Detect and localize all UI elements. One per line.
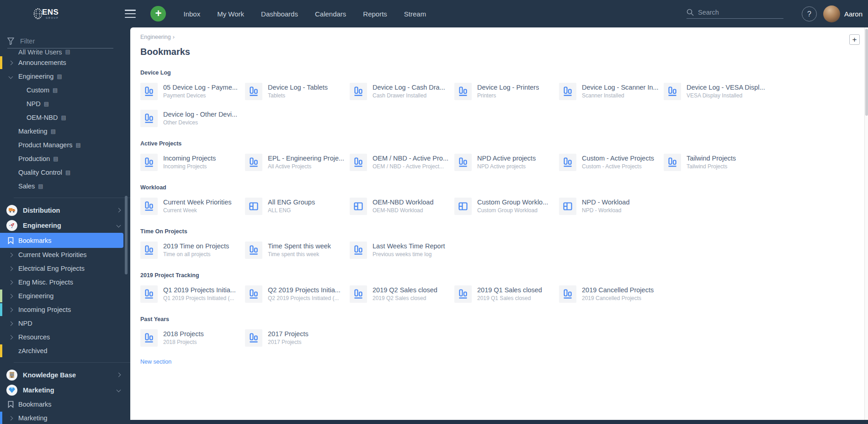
user-name[interactable]: Aaron: [844, 10, 863, 18]
chevron-right-icon[interactable]: [9, 60, 13, 65]
chevron-down-icon[interactable]: [9, 74, 13, 79]
bookmark-card[interactable]: Device Log - PrintersPrinters: [454, 83, 557, 101]
sidebar-group-distribution[interactable]: Distribution: [0, 203, 130, 218]
bookmark-card[interactable]: Tailwind ProjectsTailwind Projects: [664, 154, 767, 172]
chevron-right-icon[interactable]: [9, 416, 13, 420]
truck-icon: [6, 205, 17, 216]
bookmark-card[interactable]: Device log - Other Devi...Other Devices: [140, 110, 243, 128]
section-header: Time On Projects: [140, 228, 868, 235]
chevron-right-icon[interactable]: [9, 307, 13, 312]
bookmark-card[interactable]: OEM-NBD WorkloadOEM-NBD Workload: [350, 198, 453, 216]
chevron-right-icon[interactable]: [9, 294, 13, 298]
chevron-right-icon[interactable]: [117, 373, 121, 377]
bookmark-card[interactable]: Q2 2019 Projects Initia...Q2 2019 Projec…: [245, 285, 348, 304]
views-icon: [140, 198, 158, 215]
sidebar-item-incoming-projects[interactable]: Incoming Projects: [0, 303, 130, 317]
bookmark-card[interactable]: Device Log - Scanner In...Scanner Instal…: [559, 83, 662, 101]
sidebar-item-bookmarks-selected[interactable]: Bookmarks: [0, 233, 123, 248]
bookmark-icon: [8, 237, 14, 244]
bookmark-card[interactable]: Q1 2019 Projects Initia...Q1 2019 Projec…: [140, 285, 243, 304]
new-section-link[interactable]: New section: [140, 359, 171, 365]
bookmark-card[interactable]: Device Log - Cash Dra...Cash Drawer Inst…: [350, 83, 453, 101]
bookmark-card[interactable]: Custom - Active ProjectsCustom - Active …: [559, 154, 662, 172]
bookmark-card[interactable]: 2019 Q2 Sales closed2019 Q2 Sales closed: [350, 285, 453, 304]
sidebar-item-quality-control[interactable]: Quality Control▤: [0, 166, 130, 179]
bookmark-card[interactable]: Custom Group Worklo...Custom Group Workl…: [454, 198, 557, 216]
section-header: Past Years: [140, 316, 868, 322]
bookmark-card[interactable]: 05 Device Log - Payme...Payment Devices: [140, 83, 243, 101]
bookmark-card[interactable]: NPD Active projectsNPD Active projects: [454, 154, 557, 172]
sidebar-item-production[interactable]: Production▤: [0, 152, 130, 166]
accent-bar-yellow: [0, 56, 2, 69]
bookmark-card[interactable]: 2017 Projects2017 Projects: [245, 329, 348, 348]
chevron-right-icon[interactable]: [117, 208, 121, 213]
sidebar-item-marketing[interactable]: Marketing▤: [0, 124, 130, 138]
sidebar-item-current-week-priorities[interactable]: Current Week Priorities: [0, 248, 130, 262]
nav-item-inbox[interactable]: Inbox: [183, 10, 200, 18]
bookmark-card[interactable]: Current Week PrioritiesCurrent Week: [140, 198, 243, 216]
sidebar-item-custom[interactable]: Custom▤: [0, 83, 130, 97]
sidebar-group-engineering[interactable]: Engineering: [0, 218, 130, 233]
chevron-down-icon[interactable]: [117, 388, 121, 392]
sidebar-filter[interactable]: Filter: [0, 27, 130, 48]
sidebar-item-all-write-users[interactable]: All Write Users▤: [0, 48, 130, 56]
nav-item-my-work[interactable]: My Work: [217, 10, 244, 18]
chevron-right-icon[interactable]: [9, 266, 13, 271]
bookmark-card[interactable]: EPL - Engineering Proje...All Active Pro…: [245, 154, 348, 172]
sidebar-item-eng-misc-projects[interactable]: Eng Misc. Projects: [0, 275, 130, 289]
main-scrollbar[interactable]: [864, 27, 868, 420]
chevron-down-icon[interactable]: [117, 223, 121, 228]
sidebar-item-announcements[interactable]: Announcements: [0, 56, 130, 70]
section-header: Workload: [140, 184, 868, 191]
sidebar-item-electrical-eng-projects[interactable]: Electrical Eng Projects: [0, 262, 130, 275]
sidebar-item-engineering[interactable]: Engineering▤: [0, 70, 130, 83]
bookmark-card[interactable]: Device Log - TabletsTablets: [245, 83, 348, 101]
bookmark-card[interactable]: 2019 Cancelled Projects2019 Cancelled Pr…: [559, 285, 662, 304]
app-logo[interactable]: ENS GROUP: [32, 8, 59, 20]
filter-funnel-icon: [7, 38, 14, 45]
bookmark-card[interactable]: OEM / NBD - Active Pro...OEM / NBD - Act…: [350, 154, 453, 172]
add-view-button[interactable]: +: [849, 34, 860, 45]
chevron-right-icon[interactable]: [9, 335, 13, 339]
nav-item-stream[interactable]: Stream: [404, 10, 426, 18]
sidebar-item-sales[interactable]: Sales▤: [0, 179, 130, 193]
chevron-right-icon[interactable]: [9, 280, 13, 284]
bookmark-card[interactable]: 2019 Time on ProjectsTime on all project…: [140, 242, 243, 260]
nav-item-calendars[interactable]: Calendars: [315, 10, 346, 18]
bookmark-card[interactable]: Time Spent this weekTime spent this week: [245, 242, 348, 260]
board-icon: ▤: [53, 87, 58, 93]
scrollbar-thumb[interactable]: [865, 29, 868, 116]
sidebar-item-marketing-bookmarks[interactable]: Bookmarks: [0, 397, 130, 411]
sidebar-item-engineering-sub[interactable]: Engineering: [0, 289, 130, 303]
sidebar-item-npd-sub[interactable]: NPD: [0, 317, 130, 330]
user-avatar[interactable]: [823, 5, 840, 22]
sidebar-item-oem-nbd[interactable]: OEM-NBD▤: [0, 111, 130, 124]
sidebar-group-marketing[interactable]: Marketing: [0, 382, 130, 397]
section-header: 2019 Project Tracking: [140, 272, 868, 279]
global-add-button[interactable]: +: [150, 6, 166, 21]
bookmark-card[interactable]: NPD - WorkloadNPD - Workload: [559, 198, 662, 216]
board-icon: [454, 198, 472, 215]
nav-item-reports[interactable]: Reports: [363, 10, 387, 18]
bookmark-card[interactable]: 2018 Projects2018 Projects: [140, 329, 243, 348]
sidebar-scrollbar[interactable]: [125, 196, 128, 274]
search-input[interactable]: Search: [687, 9, 783, 19]
main-content: Engineering› Bookmarks + Device Log 05 D…: [130, 27, 868, 420]
sidebar-item-npd[interactable]: NPD▤: [0, 97, 130, 111]
help-button[interactable]: ?: [802, 6, 817, 21]
sidebar-item-product-managers[interactable]: Product Managers▤: [0, 138, 130, 152]
bookmark-card[interactable]: Last Weeks Time ReportPrevious weeks tim…: [350, 242, 453, 260]
breadcrumb[interactable]: Engineering›: [140, 34, 868, 40]
sidebar-item-marketing-sub[interactable]: Marketing: [0, 411, 130, 424]
bookmark-card[interactable]: Device Log - VESA Displ...VESA Display I…: [664, 83, 767, 101]
hamburger-menu-icon[interactable]: [125, 10, 136, 18]
bookmark-card[interactable]: 2019 Q1 Sales closed2019 Q1 Sales closed: [454, 285, 557, 304]
bookmark-card[interactable]: All ENG GroupsALL ENG: [245, 198, 348, 216]
chevron-right-icon[interactable]: [9, 321, 13, 326]
sidebar-item-zarchived[interactable]: zArchived: [0, 344, 130, 358]
chevron-right-icon[interactable]: [9, 252, 13, 257]
bookmark-card[interactable]: Incoming ProjectsIncoming Projects: [140, 154, 243, 172]
sidebar-group-knowledge-base[interactable]: Knowledge Base: [0, 367, 130, 382]
nav-item-dashboards[interactable]: Dashboards: [261, 10, 298, 18]
sidebar-item-resources[interactable]: Resources: [0, 330, 130, 344]
